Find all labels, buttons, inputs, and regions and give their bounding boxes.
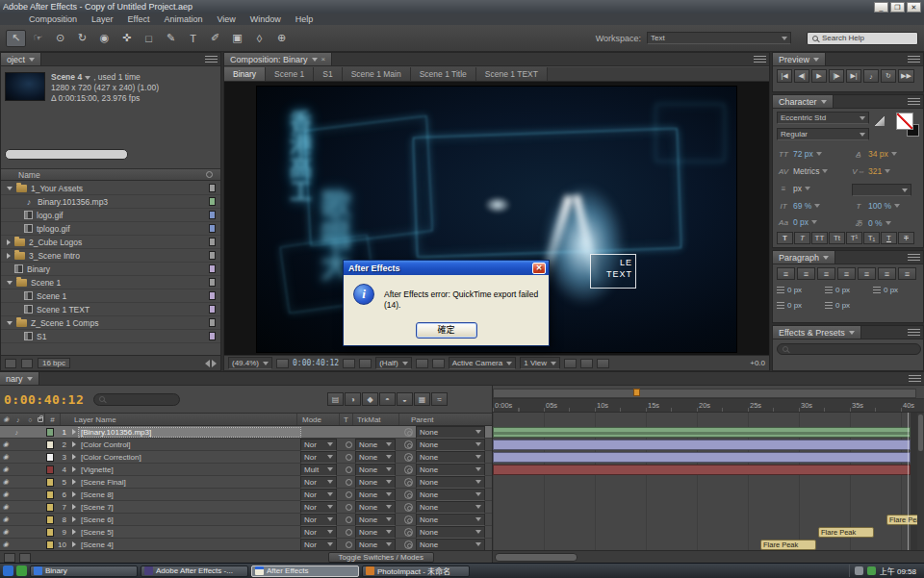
trkmat-switch-icon[interactable] <box>346 479 352 486</box>
hide-shy-icon[interactable]: ◆ <box>362 392 378 406</box>
pan-behind-tool-icon[interactable]: ✜ <box>116 30 137 47</box>
layer-row[interactable]: ♪ 1 [Binary.101356.mp3] None <box>0 426 492 439</box>
comp-tab-scene-1-main[interactable]: Scene 1 Main <box>343 67 411 81</box>
superscript-button[interactable]: T¹ <box>846 232 862 244</box>
layer-row[interactable]: ◉ 3 [Color Correction] Nor None None <box>0 451 492 464</box>
expand-columns-icon[interactable] <box>4 553 15 563</box>
video-toggle[interactable]: ◉ <box>1 453 11 461</box>
pickwhip-icon[interactable] <box>404 478 413 487</box>
align-center-button[interactable]: ≡ <box>797 267 815 280</box>
project-item-folder[interactable]: 3_Scene Intro <box>1 249 220 263</box>
layer-color-chip[interactable] <box>46 528 54 537</box>
panel-menu-icon[interactable] <box>909 375 921 383</box>
project-item-folder[interactable]: 1_Your Assets <box>1 182 220 195</box>
kerning-value[interactable]: Metrics <box>793 166 828 176</box>
show-channel-icon[interactable] <box>359 359 372 368</box>
audio-toggle[interactable]: ♪ <box>12 429 21 436</box>
space-after-value[interactable]: 0 px <box>835 301 850 310</box>
exposure-value[interactable]: +0.0 <box>750 359 765 367</box>
preview-panel-tab[interactable]: Preview <box>773 53 826 65</box>
minimize-button[interactable]: _ <box>874 2 888 13</box>
effects-search-input[interactable] <box>777 343 921 355</box>
small-caps-button[interactable]: Tt <box>829 232 845 244</box>
name-column-header[interactable]: Name <box>18 170 40 180</box>
taskbar-item-photoimpact[interactable]: PhotoImpact - 未命名 <box>362 565 470 577</box>
stroke-width-value[interactable]: px <box>793 184 810 193</box>
trkmat-switch-icon[interactable] <box>346 466 352 473</box>
pickwhip-icon[interactable] <box>404 453 413 462</box>
project-item-footage[interactable]: tplogo.gif <box>1 222 220 236</box>
trkmat-dropdown[interactable]: None <box>355 464 396 476</box>
number-column-header[interactable]: # <box>44 414 60 425</box>
pickwhip-icon[interactable] <box>404 540 413 549</box>
hand-tool-icon[interactable]: ☞ <box>28 30 48 47</box>
blend-mode-dropdown[interactable]: Nor <box>300 514 337 526</box>
menu-effect[interactable]: Effect <box>128 14 150 24</box>
layer-row[interactable]: ◉ 2 [Color Control] Nor None None <box>0 439 492 451</box>
parent-column-header[interactable]: Parent <box>398 414 492 425</box>
comp-tab-binary[interactable]: Binary <box>224 67 266 81</box>
layer-color-chip[interactable] <box>46 428 54 437</box>
pickwhip-icon[interactable] <box>404 515 413 524</box>
transparency-grid-icon[interactable] <box>432 359 445 368</box>
menu-window[interactable]: Window <box>250 14 281 24</box>
graph-editor-icon[interactable]: ≈ <box>431 392 448 406</box>
trkmat-dropdown[interactable]: None <box>355 476 396 489</box>
comp-tab-scene-1-text[interactable]: Scene 1 TEXT <box>476 67 548 81</box>
layer-row[interactable]: ◉ 4 [Vignette] Mult None None <box>0 464 492 476</box>
audio-toggle-button[interactable]: ♪ <box>863 69 879 83</box>
blend-mode-dropdown[interactable]: Nor <box>300 451 337 464</box>
blend-mode-dropdown[interactable]: Mult <box>300 464 337 476</box>
panel-menu-icon[interactable] <box>908 254 920 262</box>
project-item-comp[interactable]: S1 <box>1 330 220 343</box>
trkmat-switch-icon[interactable] <box>346 541 352 548</box>
character-panel-tab[interactable]: Character <box>773 95 834 108</box>
expand-arrow-icon[interactable] <box>69 479 79 485</box>
ok-button[interactable]: 確定 <box>416 322 477 339</box>
blend-mode-dropdown[interactable]: Nor <box>300 439 337 451</box>
pickwhip-icon[interactable] <box>404 528 413 537</box>
video-toggle[interactable]: ◉ <box>1 465 11 473</box>
live-update-icon[interactable]: ▤ <box>327 392 344 406</box>
video-toggle[interactable]: ◉ <box>1 478 11 486</box>
expand-arrow-icon[interactable] <box>7 281 13 285</box>
flyout-caret-icon[interactable] <box>85 76 90 80</box>
project-item-folder[interactable]: 2_Cube Logos <box>1 236 220 249</box>
first-frame-button[interactable]: |◀ <box>777 69 792 83</box>
magnification-dropdown[interactable]: (49.4%) <box>228 357 272 369</box>
label-chip[interactable] <box>209 318 216 327</box>
label-chip[interactable] <box>209 251 216 260</box>
layer-name-column-header[interactable]: Layer Name <box>60 414 296 425</box>
blend-mode-dropdown[interactable]: Nor <box>300 539 337 551</box>
current-time-indicator[interactable] <box>908 413 909 550</box>
project-item-audio[interactable]: ♪Binary.101356.mp3 <box>1 195 220 209</box>
project-item-folder[interactable]: Z_Scene 1 Comps <box>1 316 220 330</box>
pixel-aspect-icon[interactable] <box>564 359 577 368</box>
scroll-right-icon[interactable] <box>212 360 217 367</box>
expand-arrow-icon[interactable] <box>69 441 79 447</box>
type-column-icon[interactable] <box>206 171 213 178</box>
fast-previews-icon[interactable] <box>580 359 593 368</box>
current-time-display[interactable]: 0:00:40:12 <box>4 392 84 407</box>
expand-arrow-icon[interactable] <box>69 529 79 535</box>
trkmat-switch-icon[interactable] <box>346 441 352 448</box>
label-chip[interactable] <box>209 211 216 219</box>
selection-tool-icon[interactable]: ↖ <box>6 30 26 47</box>
align-left-button[interactable]: ≡ <box>777 267 795 280</box>
layer-row[interactable]: ◉ 9 [Scene 5] Nor None None <box>0 526 492 539</box>
menu-animation[interactable]: Animation <box>164 14 202 24</box>
work-area-bar[interactable] <box>493 386 924 399</box>
trkmat-dropdown[interactable]: None <box>355 539 396 551</box>
eraser-tool-icon[interactable]: ◊ <box>249 30 270 47</box>
tsume-value[interactable]: 0 % <box>868 218 891 228</box>
draft-3d-icon[interactable]: ◑ <box>345 392 361 406</box>
label-chip[interactable] <box>209 305 216 314</box>
blend-mode-dropdown[interactable]: Nor <box>300 526 337 539</box>
menu-help[interactable]: Help <box>295 14 314 24</box>
zoom-tool-icon[interactable]: ⊙ <box>50 30 70 47</box>
label-chip[interactable] <box>209 332 216 340</box>
video-toggle[interactable]: ◉ <box>1 440 11 448</box>
indent-right-value[interactable]: 0 px <box>884 286 898 294</box>
expand-arrow-icon[interactable] <box>69 516 79 522</box>
trkmat-dropdown[interactable]: None <box>355 501 396 514</box>
